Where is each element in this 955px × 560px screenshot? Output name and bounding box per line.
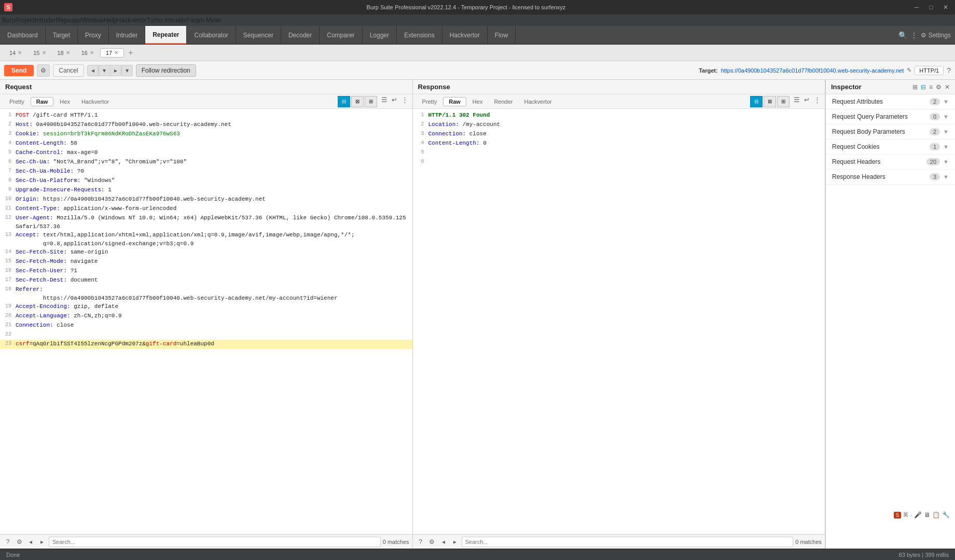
req-tab-17[interactable]: 17 ✕ <box>100 48 124 58</box>
tab-pretty-response[interactable]: Pretty <box>417 97 442 106</box>
menu-repeater[interactable]: Repeater <box>56 17 81 24</box>
inspector-align-icon[interactable]: ≡ <box>929 83 933 91</box>
inspector-row-body-params[interactable]: Request Body Parameters 2 ▼ <box>826 124 955 139</box>
tab-hex-request[interactable]: Hex <box>54 97 75 106</box>
resp-list-icon[interactable]: ☰ <box>794 96 800 107</box>
view-split-icon[interactable]: ⊟ <box>338 96 350 107</box>
resp-wrap-icon[interactable]: ↵ <box>804 96 810 107</box>
menu-param-miner[interactable]: Param Miner <box>186 17 222 24</box>
resp-kebab-icon[interactable]: ⋮ <box>814 96 821 107</box>
inspector-row-query-params[interactable]: Request Query Parameters 0 ▼ <box>826 109 955 124</box>
next-arrow-button[interactable]: ▸ <box>110 65 121 76</box>
resp-question-icon[interactable]: ? <box>416 537 425 547</box>
code-line: 22 <box>0 330 412 340</box>
question-icon[interactable]: ? <box>3 537 12 547</box>
tab-raw-response[interactable]: Raw <box>443 97 466 106</box>
menu-project[interactable]: Project <box>15 17 34 24</box>
inspector-row-response-headers[interactable]: Response Headers 3 ▼ <box>826 170 955 184</box>
gear-icon[interactable]: ⚙ <box>15 537 24 547</box>
http-version-selector[interactable]: HTTP/1 <box>915 66 944 75</box>
dropdown-arrow-button[interactable]: ▾ <box>99 65 110 76</box>
search-icon[interactable]: 🔍 <box>898 31 907 39</box>
menu-hackvertor[interactable]: Hackvertor <box>117 17 147 24</box>
req-tab-15[interactable]: 15 ✕ <box>28 49 51 57</box>
inspector-row-request-attributes[interactable]: Request Attributes 2 ▼ <box>826 94 955 109</box>
code-line: 5 Cache-Control: max-age=0 <box>0 148 412 158</box>
tab-raw-request[interactable]: Raw <box>31 97 54 106</box>
menu-window[interactable]: Window <box>81 17 104 24</box>
more-icon[interactable]: ⋮ <box>910 31 918 39</box>
close-button[interactable]: ✕ <box>940 2 951 12</box>
prev-search-button[interactable]: ◂ <box>26 537 35 547</box>
resp-next-search-button[interactable]: ▸ <box>450 537 460 547</box>
tab-repeater[interactable]: Repeater <box>145 26 187 44</box>
question-icon[interactable]: ? <box>947 66 951 75</box>
tab-comparer[interactable]: Comparer <box>320 26 362 44</box>
response-panel-header: Response <box>413 80 825 94</box>
add-tab-button[interactable]: + <box>125 48 136 58</box>
tab-sequencer[interactable]: Sequencer <box>236 26 281 44</box>
tab-flow[interactable]: Flow <box>488 26 516 44</box>
settings-button-toolbar[interactable]: ⚙ <box>37 64 50 77</box>
view-horizontal-icon[interactable]: ⊠ <box>351 96 364 107</box>
code-line: 15 Sec-Fetch-Mode: navigate <box>0 257 412 267</box>
req-tab-18[interactable]: 18 ✕ <box>52 49 75 57</box>
prev-arrow-button[interactable]: ◂ <box>87 65 99 76</box>
tab-hackvertor-request[interactable]: Hackvertor <box>76 97 114 106</box>
tab-dashboard[interactable]: Dashboard <box>0 26 46 44</box>
maximize-button[interactable]: □ <box>926 2 936 12</box>
inspector-gear-icon[interactable]: ⚙ <box>936 83 942 91</box>
close-tab-18[interactable]: ✕ <box>66 50 70 55</box>
code-line: 11 Content-Type: application/x-www-form-… <box>0 204 412 214</box>
tab-pretty-request[interactable]: Pretty <box>4 97 30 106</box>
minimize-button[interactable]: ─ <box>911 2 922 12</box>
cancel-button[interactable]: Cancel <box>53 64 84 77</box>
close-tab-16[interactable]: ✕ <box>90 50 94 55</box>
tab-intruder[interactable]: Intruder <box>109 26 145 44</box>
follow-redirection-button[interactable]: Follow redirection <box>136 64 196 77</box>
window-controls[interactable]: ─ □ ✕ <box>911 2 951 12</box>
tab-hackvertor-response[interactable]: Hackvertor <box>519 97 557 106</box>
list-icon[interactable]: ☰ <box>381 96 387 107</box>
req-tab-16[interactable]: 16 ✕ <box>76 49 99 57</box>
close-tab-15[interactable]: ✕ <box>42 50 46 55</box>
response-search-input[interactable] <box>462 537 794 547</box>
close-tab-14[interactable]: ✕ <box>18 50 22 55</box>
tab-target[interactable]: Target <box>46 26 78 44</box>
tab-proxy[interactable]: Proxy <box>78 26 109 44</box>
inspector-split-icon[interactable]: ⊟ <box>921 83 926 91</box>
inspector-close-icon[interactable]: ✕ <box>945 83 950 91</box>
inspector-row-request-headers[interactable]: Request Headers 20 ▼ <box>826 155 955 169</box>
edit-target-icon[interactable]: ✎ <box>907 67 911 74</box>
tab-logger[interactable]: Logger <box>363 26 397 44</box>
tab-decoder[interactable]: Decoder <box>281 26 320 44</box>
resp-view-vertical-icon[interactable]: ⊞ <box>777 96 790 107</box>
tab-hex-response[interactable]: Hex <box>467 97 488 106</box>
settings-button[interactable]: ⚙ Settings <box>921 32 951 39</box>
close-tab-17[interactable]: ✕ <box>114 50 118 55</box>
resp-prev-search-button[interactable]: ◂ <box>439 537 448 547</box>
tab-collaborator[interactable]: Collaborator <box>187 26 236 44</box>
req-tab-14[interactable]: 14 ✕ <box>4 49 27 57</box>
menu-intruder[interactable]: Intruder <box>35 17 56 24</box>
inspector-grid-icon[interactable]: ⊞ <box>912 83 918 91</box>
tab-extensions[interactable]: Extensions <box>397 26 442 44</box>
tab-render-response[interactable]: Render <box>489 97 518 106</box>
tab-hackvertor[interactable]: Hackvertor <box>442 26 488 44</box>
view-vertical-icon[interactable]: ⊞ <box>365 96 377 107</box>
inspector-row-cookies[interactable]: Request Cookies 1 ▼ <box>826 139 955 154</box>
dropdown-arrow2-button[interactable]: ▾ <box>121 65 133 76</box>
send-button[interactable]: Send <box>4 65 34 76</box>
resp-gear-icon[interactable]: ⚙ <box>427 537 437 547</box>
request-search-input[interactable] <box>49 537 381 547</box>
kebab-icon[interactable]: ⋮ <box>402 96 408 107</box>
menu-help[interactable]: Help <box>104 17 117 24</box>
wrap-icon[interactable]: ↵ <box>392 96 397 107</box>
next-search-button[interactable]: ▸ <box>37 537 47 547</box>
code-line: 20 Accept-Language: zh-CN,zh;q=0.9 <box>0 312 412 321</box>
code-line: 2 Location: /my-account <box>413 120 825 130</box>
menu-burp[interactable]: Burp <box>2 17 15 24</box>
menu-turbo-intruder[interactable]: Turbo Intruder <box>147 17 186 24</box>
resp-view-split-icon[interactable]: ⊟ <box>750 96 763 107</box>
resp-view-horizontal-icon[interactable]: ⊠ <box>764 96 776 107</box>
